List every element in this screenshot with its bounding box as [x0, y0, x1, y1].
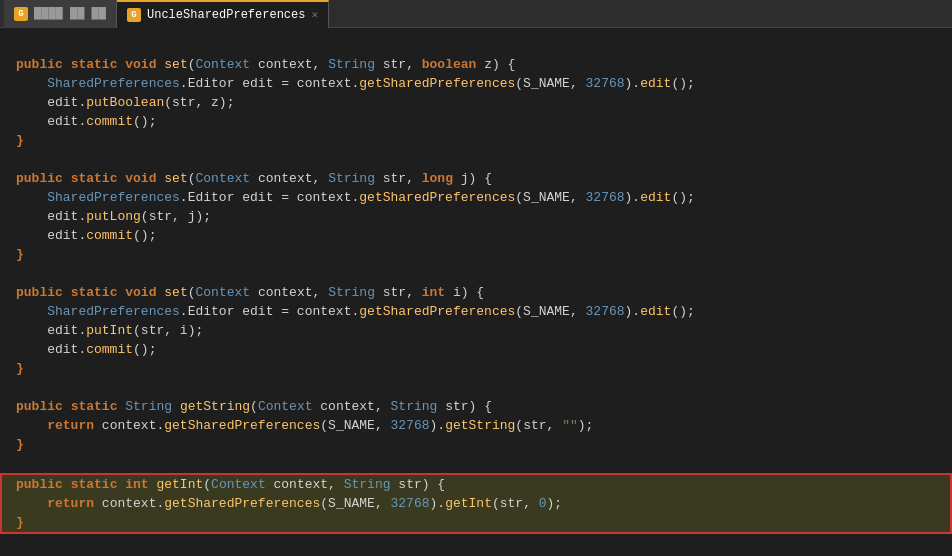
code-line: public static void set(Context context, …: [0, 283, 952, 302]
tab-label-other: ████ ██ ██: [34, 7, 106, 21]
code-line: edit.commit();: [0, 340, 952, 359]
code-line: SharedPreferences.Editor edit = context.…: [0, 188, 952, 207]
code-line-getint-body: return context.getSharedPreferences(S_NA…: [2, 494, 950, 513]
code-line: edit.commit();: [0, 112, 952, 131]
tab-other[interactable]: G ████ ██ ██: [4, 0, 117, 28]
tab-uncle-shared[interactable]: G UncleSharedPreferences ✕: [117, 0, 329, 28]
code-line: SharedPreferences.Editor edit = context.…: [0, 74, 952, 93]
code-line: edit.putBoolean(str, z);: [0, 93, 952, 112]
tab-close-uncle[interactable]: ✕: [311, 8, 318, 21]
code-line: SharedPreferences.Editor edit = context.…: [0, 302, 952, 321]
code-line: public static void set(Context context, …: [0, 55, 952, 74]
code-line: edit.commit();: [0, 226, 952, 245]
code-line: }: [0, 245, 952, 264]
highlighted-section: public static int getInt(Context context…: [0, 473, 952, 534]
code-line-getint-close: }: [2, 513, 950, 532]
code-line: edit.putLong(str, j);: [0, 207, 952, 226]
code-line: }: [0, 359, 952, 378]
code-line: }: [0, 131, 952, 150]
tab-bar: G ████ ██ ██ G UncleSharedPreferences ✕: [0, 0, 952, 28]
tab-icon-uncle: G: [127, 8, 141, 22]
code-line: public static String getString(Context c…: [0, 397, 952, 416]
tab-label-uncle: UncleSharedPreferences: [147, 8, 305, 22]
code-line: }: [0, 435, 952, 454]
code-line: return context.getSharedPreferences(S_NA…: [0, 416, 952, 435]
code-line-getint-signature: public static int getInt(Context context…: [2, 475, 950, 494]
code-line: edit.putInt(str, i);: [0, 321, 952, 340]
code-editor: public static void set(Context context, …: [0, 28, 952, 556]
code-line: public static void set(Context context, …: [0, 169, 952, 188]
tab-icon-other: G: [14, 7, 28, 21]
